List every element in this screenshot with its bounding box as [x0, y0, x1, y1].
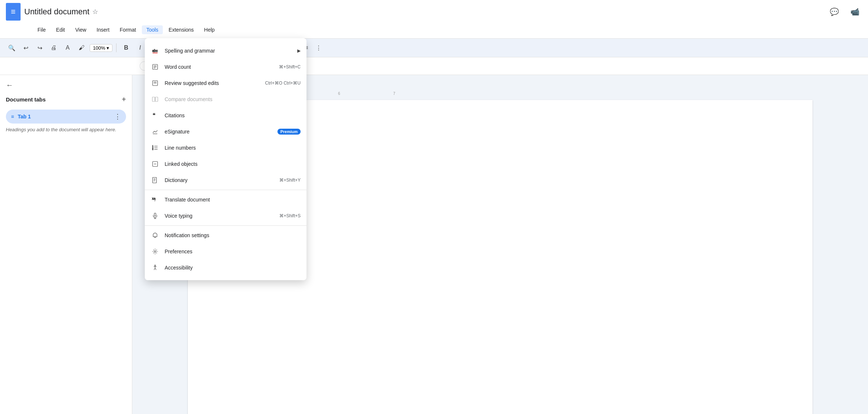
review-shortcut: Ctrl+⌘O Ctrl+⌘U — [265, 81, 301, 86]
menu-format[interactable]: Format — [115, 25, 140, 34]
paint-format-btn[interactable]: 🖌 — [76, 42, 87, 54]
menu-section-1: abc Spelling and grammar ▶ Word count ⌘+… — [145, 41, 306, 190]
spelling-arrow: ▶ — [297, 48, 301, 53]
menu-translate[interactable]: XA Translate document — [145, 192, 306, 208]
voicetyping-shortcut: ⌘+Shift+S — [279, 213, 301, 218]
title-right: 💬 📹 — [827, 4, 862, 19]
document-title[interactable]: Untitled document — [24, 7, 89, 17]
zoom-arrow: ▾ — [107, 45, 109, 51]
search-toolbar-btn[interactable]: 🔍 — [6, 42, 18, 54]
spellcheck-btn[interactable]: A — [62, 42, 73, 54]
sidebar-hint: Headings you add to the document will ap… — [6, 126, 126, 133]
esignature-label: eSignature — [165, 129, 272, 135]
content-area: ← Document tabs + ≡ Tab 1 ⋮ Headings you… — [0, 75, 868, 414]
accessibility-icon — [151, 263, 159, 272]
menu-help[interactable]: Help — [200, 25, 219, 34]
svg-text:abc: abc — [153, 49, 158, 53]
more-toolbar-btn[interactable]: ⋮ — [313, 42, 324, 54]
menu-tools[interactable]: Tools — [142, 25, 163, 34]
menu-citations[interactable]: ❝ Citations — [145, 107, 306, 124]
svg-point-28 — [154, 251, 156, 253]
citations-label: Citations — [165, 113, 301, 118]
dictionary-label: Dictionary — [165, 177, 274, 183]
star-icon[interactable]: ☆ — [92, 8, 98, 16]
menu-line-numbers[interactable]: 123 Line numbers — [145, 140, 306, 156]
notification-label: Notification settings — [165, 232, 301, 238]
esignature-icon — [151, 127, 159, 136]
sidebar-title-row: Document tabs + — [6, 95, 126, 104]
sidebar: ← Document tabs + ≡ Tab 1 ⋮ Headings you… — [0, 75, 132, 414]
menu-view[interactable]: View — [71, 25, 91, 34]
preferences-icon — [151, 247, 159, 256]
menu-edit[interactable]: Edit — [52, 25, 69, 34]
svg-point-29 — [155, 265, 156, 266]
notification-icon — [151, 231, 159, 240]
svg-text:3: 3 — [153, 149, 154, 150]
undo-btn[interactable]: ↩ — [20, 42, 32, 54]
compare-icon — [151, 95, 159, 104]
menu-notification-settings[interactable]: Notification settings — [145, 227, 306, 243]
menu-preferences[interactable]: Preferences — [145, 243, 306, 260]
menu-insert[interactable]: Insert — [92, 25, 114, 34]
linenumbers-icon: 123 — [151, 143, 159, 152]
title-section: Untitled document ☆ — [24, 7, 98, 17]
tools-dropdown-menu: abc Spelling and grammar ▶ Word count ⌘+… — [145, 38, 306, 280]
wordcount-icon — [151, 63, 159, 71]
menu-extensions[interactable]: Extensions — [164, 25, 198, 34]
svg-rect-9 — [155, 97, 158, 101]
menu-section-2: XA Translate document Voice typing ⌘+Shi… — [145, 190, 306, 225]
spelling-label: Spelling and grammar — [165, 48, 292, 54]
italic-btn[interactable]: I — [134, 42, 146, 54]
spelling-icon: abc — [151, 46, 159, 55]
chat-icon[interactable]: 💬 — [827, 4, 842, 19]
tab-doc-icon: ≡ — [11, 114, 14, 119]
citations-icon: ❝ — [151, 111, 159, 120]
bold-btn[interactable]: B — [120, 42, 132, 54]
tab-more-btn[interactable]: ⋮ — [114, 113, 121, 121]
menu-dictionary[interactable]: Dictionary ⌘+Shift+Y — [145, 172, 306, 188]
review-icon — [151, 79, 159, 88]
ruler-mark-6: 6 — [338, 92, 340, 96]
print-btn[interactable]: 🖨 — [48, 42, 60, 54]
menu-review-edits[interactable]: Review suggested edits Ctrl+⌘O Ctrl+⌘U — [145, 75, 306, 91]
compare-label: Compare documents — [165, 96, 301, 102]
divider-1 — [116, 43, 116, 52]
wordcount-label: Word count — [165, 64, 274, 70]
suggestions-bar: ✉ Email draft 🔍 More — [0, 57, 868, 75]
tab-1-label: Tab 1 — [18, 114, 111, 119]
voicetyping-icon — [151, 211, 159, 220]
translate-icon: XA — [151, 195, 159, 204]
premium-badge: Premium — [277, 129, 301, 135]
svg-rect-19 — [153, 178, 157, 183]
svg-text:❝: ❝ — [153, 113, 155, 118]
sidebar-back-btn[interactable]: ← — [6, 81, 126, 89]
svg-rect-24 — [154, 213, 156, 216]
menu-voice-typing[interactable]: Voice typing ⌘+Shift+S — [145, 208, 306, 224]
title-bar: Untitled document ☆ 💬 📹 — [0, 0, 868, 24]
menu-linked-objects[interactable]: Linked objects — [145, 156, 306, 172]
menu-file[interactable]: File — [33, 25, 50, 34]
translate-label: Translate document — [165, 197, 301, 203]
tab-1-item[interactable]: ≡ Tab 1 ⋮ — [6, 110, 126, 124]
menu-esignature[interactable]: eSignature Premium — [145, 124, 306, 140]
menu-accessibility[interactable]: Accessibility — [145, 260, 306, 276]
zoom-control[interactable]: 100% ▾ — [90, 44, 112, 52]
menu-section-3: Notification settings Preferences Access… — [145, 225, 306, 277]
menu-spelling-grammar[interactable]: abc Spelling and grammar ▶ — [145, 43, 306, 59]
video-icon[interactable]: 📹 — [847, 4, 862, 19]
toolbar: 🔍 ↩ ↪ 🖨 A 🖌 100% ▾ B I U A ✏ 🔗 💬 🖼 ≡ ↕ ☑… — [0, 38, 868, 57]
redo-btn[interactable]: ↪ — [34, 42, 46, 54]
wordcount-shortcut: ⌘+Shift+C — [279, 64, 301, 69]
add-tab-btn[interactable]: + — [122, 95, 126, 104]
review-label: Review suggested edits — [165, 80, 260, 86]
zoom-value: 100% — [93, 45, 105, 51]
menu-word-count[interactable]: Word count ⌘+Shift+C — [145, 59, 306, 75]
ruler-mark-7: 7 — [393, 92, 395, 96]
sidebar-title: Document tabs — [6, 96, 46, 103]
svg-rect-8 — [153, 97, 155, 101]
dictionary-icon — [151, 176, 159, 185]
accessibility-label: Accessibility — [165, 265, 301, 271]
linenumbers-label: Line numbers — [165, 145, 301, 151]
docs-logo — [6, 3, 21, 21]
menu-compare-docs: Compare documents — [145, 91, 306, 107]
